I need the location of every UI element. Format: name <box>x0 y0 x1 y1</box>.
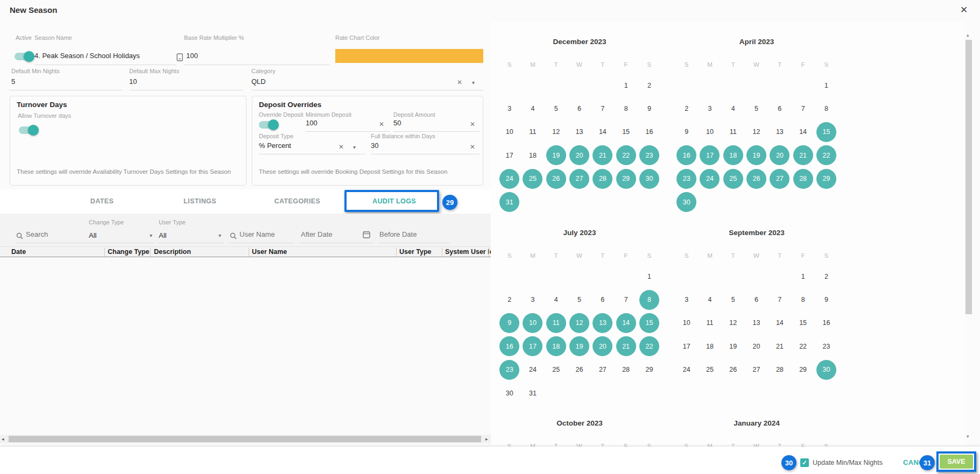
calendar-day[interactable]: 11 <box>698 312 721 335</box>
calendar-day[interactable]: 8 <box>638 288 661 311</box>
calendar-day[interactable]: 30 <box>498 381 521 405</box>
calendar-day[interactable]: 12 <box>722 312 745 335</box>
calendar-day[interactable]: 21 <box>614 335 637 358</box>
calendar-day[interactable]: 18 <box>722 144 745 167</box>
default-max-nights-input[interactable] <box>129 77 226 86</box>
calendar-day[interactable]: 25 <box>521 167 544 190</box>
calendar-day[interactable]: 17 <box>521 335 544 358</box>
calendar-day[interactable]: 9 <box>675 121 698 144</box>
calendar-day[interactable]: 17 <box>698 144 721 167</box>
after-date-input[interactable] <box>301 230 357 238</box>
calendar-day[interactable]: 16 <box>498 335 521 358</box>
calendar-day[interactable]: 7 <box>591 97 614 120</box>
scroll-left-icon[interactable]: ◂ <box>2 436 4 442</box>
calendar-day[interactable]: 3 <box>521 288 544 311</box>
deposit-type-select[interactable] <box>259 142 332 150</box>
calendar-day[interactable]: 25 <box>545 358 568 381</box>
calendar-day[interactable]: 5 <box>545 97 568 120</box>
calendar-day[interactable]: 20 <box>745 335 768 358</box>
category-select[interactable] <box>251 77 445 86</box>
calendar-day[interactable]: 15 <box>614 121 637 144</box>
calendar-day[interactable]: 10 <box>675 312 698 335</box>
calendar-day[interactable]: 27 <box>591 358 614 381</box>
calendar-day[interactable]: 24 <box>675 358 698 381</box>
calendar-day[interactable]: 7 <box>614 288 637 311</box>
calendar-day[interactable]: 24 <box>698 167 721 190</box>
calendar-day[interactable]: 3 <box>698 97 721 120</box>
calendar-day[interactable]: 17 <box>498 144 521 167</box>
calendar-day[interactable]: 4 <box>521 97 544 120</box>
calendar-day[interactable]: 6 <box>745 288 768 311</box>
calendar-day[interactable]: 8 <box>791 288 814 311</box>
calendar-day[interactable]: 23 <box>815 335 838 358</box>
calendar-day[interactable]: 12 <box>745 121 768 144</box>
base-rate-input[interactable] <box>186 52 251 60</box>
horizontal-scrollbar-thumb[interactable] <box>9 436 481 442</box>
calendar-day[interactable]: 29 <box>614 167 637 190</box>
vertical-scrollbar-thumb[interactable] <box>965 40 972 314</box>
calendar-day[interactable]: 18 <box>521 144 544 167</box>
calendar-day[interactable]: 20 <box>591 335 614 358</box>
allow-turnover-toggle[interactable] <box>19 126 37 134</box>
calendar-day[interactable]: 4 <box>545 288 568 311</box>
calendar-day[interactable]: 28 <box>791 167 814 190</box>
calendar-day[interactable]: 12 <box>568 312 591 335</box>
calendar-day[interactable]: 19 <box>545 144 568 167</box>
calendar-day[interactable]: 6 <box>591 288 614 311</box>
calendar-day[interactable]: 2 <box>638 74 661 97</box>
calendar-day[interactable]: 22 <box>614 144 637 167</box>
calendar-day[interactable]: 14 <box>791 121 814 144</box>
minimum-deposit-input[interactable] <box>306 119 365 127</box>
calendar-day[interactable]: 6 <box>568 97 591 120</box>
calendar-day[interactable]: 30 <box>675 190 698 214</box>
calendar-day[interactable]: 10 <box>698 121 721 144</box>
calendar-day[interactable]: 1 <box>815 74 838 97</box>
calendar-day[interactable]: 22 <box>638 335 661 358</box>
calendar-day[interactable]: 8 <box>815 97 838 120</box>
calendar-day[interactable]: 15 <box>638 312 661 335</box>
calendar-day[interactable]: 3 <box>675 288 698 311</box>
calendar-day[interactable]: 10 <box>521 312 544 335</box>
scroll-right-icon[interactable]: ▸ <box>485 436 488 442</box>
calendar-day[interactable]: 16 <box>675 144 698 167</box>
tab-listings[interactable]: LISTINGS <box>151 189 249 213</box>
calendar-day[interactable]: 3 <box>498 97 521 120</box>
calendar-day[interactable]: 28 <box>614 358 637 381</box>
calendar-day[interactable]: 2 <box>498 288 521 311</box>
search-input[interactable] <box>26 230 88 238</box>
calendar-day[interactable]: 27 <box>745 358 768 381</box>
update-min-max-checkbox[interactable]: ✓ <box>800 458 809 467</box>
calendar-day[interactable]: 8 <box>614 97 637 120</box>
calendar-day[interactable]: 15 <box>791 312 814 335</box>
calendar-day[interactable]: 13 <box>568 121 591 144</box>
calendar-day[interactable]: 18 <box>698 335 721 358</box>
change-type-select[interactable]: All <box>89 231 96 239</box>
calendar-day[interactable]: 4 <box>698 288 721 311</box>
calendar-day[interactable]: 18 <box>545 335 568 358</box>
calendar-day[interactable]: 14 <box>768 312 791 335</box>
calendar-day[interactable]: 24 <box>521 358 544 381</box>
calendar-day[interactable]: 24 <box>498 167 521 190</box>
calendar-day[interactable]: 15 <box>815 121 838 144</box>
calendar-day[interactable]: 30 <box>815 358 838 381</box>
calendar-day[interactable]: 20 <box>568 144 591 167</box>
calendar-day[interactable]: 21 <box>591 144 614 167</box>
calendar-day[interactable]: 31 <box>498 190 521 214</box>
calendar-day[interactable]: 12 <box>545 121 568 144</box>
calendar-icon[interactable] <box>363 231 370 238</box>
category-clear-icon[interactable]: ✕ <box>457 79 462 86</box>
calendar-day[interactable]: 29 <box>791 358 814 381</box>
calendar-day[interactable]: 28 <box>591 167 614 190</box>
user-type-dropdown-icon[interactable]: ▾ <box>218 232 221 238</box>
calendar-day[interactable]: 11 <box>521 121 544 144</box>
deposit-type-dropdown-icon[interactable]: ▾ <box>353 144 356 150</box>
calendar-day[interactable]: 21 <box>768 335 791 358</box>
before-date-input[interactable] <box>379 230 444 238</box>
calendar-day[interactable]: 2 <box>815 265 838 288</box>
calendar-day[interactable]: 22 <box>815 144 838 167</box>
calendar-day[interactable]: 26 <box>545 167 568 190</box>
calendar-day[interactable]: 5 <box>722 288 745 311</box>
calendar-day[interactable]: 16 <box>638 121 661 144</box>
calendar-day[interactable]: 11 <box>722 121 745 144</box>
full-balance-input[interactable] <box>371 142 452 150</box>
